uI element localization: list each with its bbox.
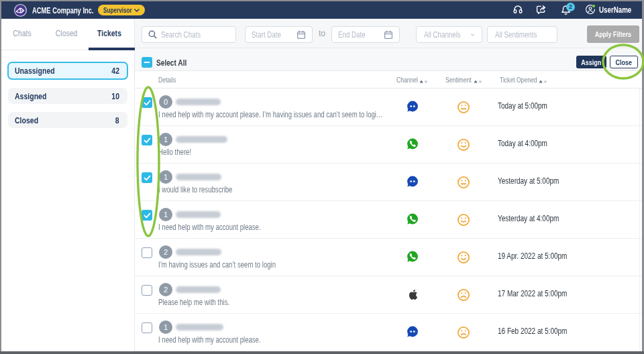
whatsapp-channel-icon (406, 137, 419, 151)
bucket-count: 8 (115, 115, 119, 125)
sentiment-cell (457, 326, 470, 339)
redacted-customer-name (176, 174, 221, 180)
row-checkbox[interactable] (142, 210, 152, 221)
sentiment-cell (457, 101, 470, 114)
ticket-opened-time: Today at 4:00pm (498, 139, 547, 148)
unread-count-avatar: 0 (159, 95, 172, 109)
ticket-buckets: Unassigned 42Assigned 10Closed 8 (1, 50, 134, 128)
calendar-icon (384, 30, 393, 40)
row-checkbox[interactable] (142, 135, 152, 145)
headset-icon[interactable] (513, 4, 523, 15)
company-name: ACME Company Inc. (32, 5, 94, 15)
row-checkbox[interactable] (142, 285, 152, 296)
message-preview: I need help with my account please. (158, 223, 261, 232)
tab-tickets[interactable]: Tickets (97, 28, 121, 38)
ticket-row[interactable]: 1 I need help with my account please. Ye… (135, 201, 642, 239)
calendar-icon (297, 30, 306, 40)
row-checkbox[interactable] (142, 322, 152, 333)
left-panel: Chats Closed Tickets Unassigned 42Assign… (1, 19, 135, 351)
redacted-customer-name (176, 286, 221, 293)
app-window: ACME Company Inc. Supervisor (0, 0, 644, 354)
bucket-closed[interactable]: Closed 8 (8, 112, 127, 128)
channel-cell (406, 250, 419, 263)
message-preview: I need help with my account please. I’m … (158, 110, 383, 119)
row-checkbox[interactable] (142, 247, 152, 258)
notifications-bell-icon[interactable]: 2 (560, 4, 572, 15)
whatsapp-channel-icon (406, 250, 419, 263)
end-date-input[interactable]: End Date (331, 26, 400, 43)
ticket-row[interactable]: 0 I need help with my account please. I’… (135, 88, 642, 126)
unread-count-avatar: 2 (159, 283, 172, 296)
channel-cell (406, 288, 419, 301)
role-badge[interactable]: Supervisor (98, 5, 145, 15)
top-bar: ACME Company Inc. Supervisor (1, 1, 642, 19)
chevron-down-icon (549, 33, 549, 37)
sort-icon[interactable] (419, 79, 428, 84)
channel-cell (406, 325, 419, 339)
user-avatar-icon[interactable] (585, 4, 596, 15)
assign-button[interactable]: Assign (576, 56, 606, 68)
sentiment-sad-icon (457, 288, 470, 302)
ticket-opened-cell: Yesterday at 5:00pm (498, 162, 574, 199)
channel-cell (406, 100, 419, 113)
unread-count-avatar: 1 (159, 320, 172, 334)
close-button[interactable]: Close (610, 56, 638, 68)
row-checkbox[interactable] (142, 97, 152, 108)
active-tab-underline (89, 48, 135, 50)
unread-count-avatar: 1 (159, 170, 172, 184)
tab-bar: Chats Closed Tickets (1, 19, 134, 50)
chevron-down-icon (134, 9, 140, 12)
messenger-channel-icon (406, 325, 419, 339)
unread-count-avatar: 1 (159, 208, 172, 221)
sentiment-sad-icon (457, 326, 470, 339)
sentiment-cell (457, 288, 470, 302)
search-placeholder: Search Chats (161, 30, 201, 40)
sentiment-neutral-icon (457, 101, 470, 114)
bulk-actions-bar: Select All Assign Close (135, 48, 642, 71)
sentiment-cell (457, 138, 470, 152)
notification-count-badge: 2 (566, 3, 575, 11)
start-date-input[interactable]: Start Date (245, 26, 313, 43)
ticket-row[interactable]: 2 I’m having issues and can’t seem to lo… (135, 239, 642, 276)
ticket-list: 0 I need help with my account please. I’… (135, 88, 642, 351)
ticket-row[interactable]: 1 Hello there! Today at 4:00pm (135, 126, 642, 164)
sort-icon[interactable] (474, 79, 482, 84)
share-chat-icon[interactable] (535, 4, 547, 15)
sort-icon[interactable] (539, 79, 547, 84)
messenger-channel-icon (406, 100, 419, 113)
search-icon (148, 30, 157, 39)
bucket-label: Assigned (15, 91, 46, 101)
sentiment-happy-icon (457, 213, 470, 227)
ticket-opened-cell: 17 Mar 2022 at 5:00pm (498, 275, 584, 312)
apply-filters-button[interactable]: Apply Filters (587, 25, 639, 43)
bucket-unassigned[interactable]: Unassigned 42 (7, 62, 128, 80)
ticket-row[interactable]: 1 I would like to resubscribe Yesterday … (135, 164, 642, 201)
message-preview: I need help with my account please. (158, 335, 261, 345)
bucket-label: Unassigned (15, 66, 55, 76)
select-all-checkbox[interactable] (142, 57, 152, 68)
sentiments-dropdown[interactable]: All Sentiments (487, 26, 557, 43)
channels-dropdown[interactable]: All Channels (416, 26, 482, 43)
bucket-count: 10 (111, 91, 119, 101)
bucket-count: 42 (111, 66, 119, 76)
tab-chats[interactable]: Chats (13, 28, 31, 38)
username[interactable]: UserName (599, 5, 631, 15)
search-input[interactable]: Search Chats (142, 26, 236, 43)
ticket-row[interactable]: 2 Please help me with this. 17 Mar 2022 … (135, 276, 642, 314)
ticket-opened-cell: 19 Apr. 2022 at 5:00pm (498, 237, 584, 274)
channel-cell (406, 213, 419, 226)
row-checkbox[interactable] (142, 172, 152, 183)
ticket-opened-cell: Today at 4:00pm (498, 125, 559, 162)
filter-bar: Search Chats Start Date to End Date (135, 19, 642, 48)
bucket-assigned[interactable]: Assigned 10 (8, 88, 127, 104)
tab-closed[interactable]: Closed (56, 28, 78, 38)
table-header: Details Channel Sentiment Ticket Opened (135, 71, 642, 88)
bucket-label: Closed (15, 115, 38, 125)
role-badge-label: Supervisor (103, 6, 132, 14)
ticket-row[interactable]: 1 I need help with my account please. 16… (135, 314, 642, 351)
sentiment-cell (457, 213, 470, 227)
ticket-opened-time: Yesterday at 5:00pm (498, 176, 559, 186)
message-preview: Hello there! (158, 148, 191, 157)
select-all-label: Select All (156, 58, 186, 68)
message-preview: Please help me with this. (158, 298, 229, 307)
